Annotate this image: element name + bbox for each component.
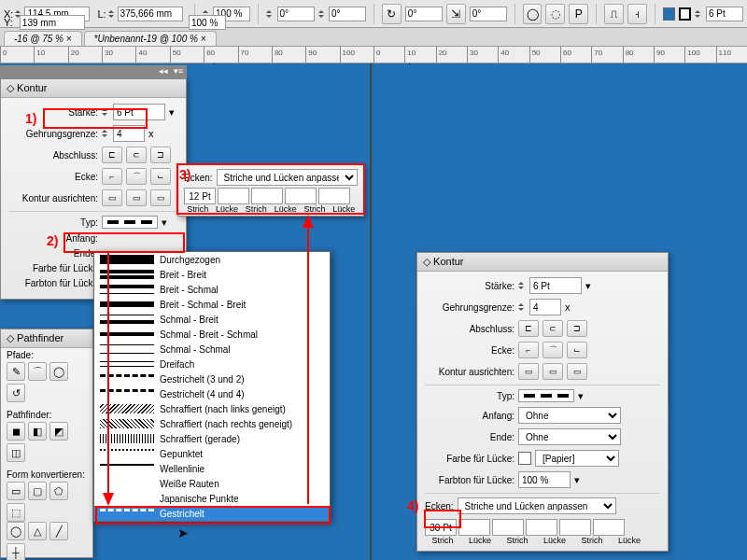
cursor-icon: ➤ [177,525,189,540]
